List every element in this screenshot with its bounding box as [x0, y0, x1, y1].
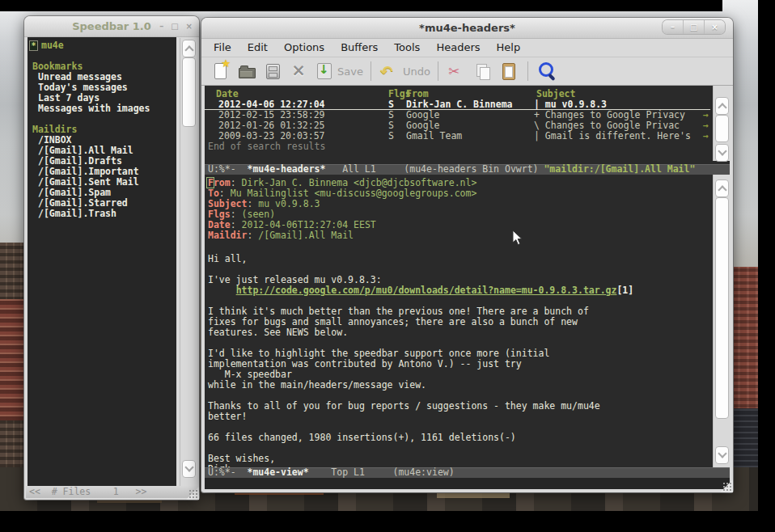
close-icon[interactable]: × — [186, 23, 193, 31]
body-line: while in the main/headers/message view. — [208, 380, 633, 391]
body-line-link: http://code.google.com/p/mu0/downloads/d… — [208, 285, 633, 296]
close-icon[interactable]: × — [704, 20, 725, 34]
chevron-up-icon — [718, 103, 726, 112]
open-directory-button[interactable] — [262, 61, 283, 82]
truncation-arrow-icon: → — [703, 131, 709, 141]
emacs-titlebar[interactable]: *mu4e-headers* – □ × — [201, 18, 733, 39]
scroll-up-button[interactable] — [182, 40, 196, 57]
speedbar-item-trash[interactable]: /[Gmail].Trash — [28, 209, 176, 219]
minimize-icon[interactable]: – — [663, 20, 683, 34]
field-label: Date — [208, 219, 231, 230]
field-value: Mu Mailinglist <mu-discuss@googlegroups.… — [231, 188, 477, 199]
body-line: features. See NEWS below. — [208, 327, 633, 338]
field-separator: : — [231, 209, 242, 220]
headers-mode-line: U:%*- *mu4e-headers* All L1 (mu4e-header… — [205, 164, 730, 175]
menu-file[interactable]: File — [205, 40, 239, 56]
folder-front — [240, 71, 252, 77]
new-file-button[interactable]: ★ — [210, 61, 231, 82]
mouse-cursor — [512, 230, 523, 247]
speedbar-item-images[interactable]: Messages with images — [28, 103, 176, 114]
menu-tools[interactable]: Tools — [386, 40, 428, 56]
field-label: From — [208, 177, 231, 188]
body-line: better! — [208, 412, 633, 422]
emacs-window-title: *mu4e-headers* — [201, 18, 733, 38]
echo-area — [205, 478, 730, 489]
download-link[interactable]: http://code.google.com/p/mu0/downloads/d… — [236, 285, 617, 296]
scroll-down-button[interactable] — [715, 144, 729, 162]
field-value: Dirk-Jan C. Binnema <djcb@djcbsoftware.n… — [242, 177, 477, 188]
field-separator: : — [231, 177, 242, 188]
paste-button[interactable] — [498, 61, 519, 82]
modeline-buffer-name: *mu4e-view* — [247, 467, 308, 478]
scroll-thumb[interactable] — [715, 115, 729, 142]
body-line: 66 files changed, 1980 insertions(+), 11… — [208, 433, 633, 443]
minimize-icon[interactable]: – — [159, 23, 163, 31]
clipboard-paper — [505, 66, 513, 78]
editor-area: Date Flgs From Subject 2012-04-06 12:27:… — [205, 86, 730, 489]
scroll-up-button[interactable] — [715, 97, 729, 115]
body-line: Best wishes, — [208, 454, 633, 464]
open-file-button[interactable] — [236, 61, 257, 82]
field-label: Maildir — [208, 230, 247, 241]
link-indent — [208, 285, 236, 296]
field-separator: : — [219, 188, 231, 199]
speedbar-titlebar[interactable]: Speedbar 1.0 – □ × — [24, 16, 199, 37]
copy-button[interactable] — [472, 61, 493, 82]
maximize-icon[interactable]: □ — [171, 23, 178, 31]
copy-icon — [480, 67, 490, 80]
menu-headers[interactable]: Headers — [428, 40, 488, 56]
close-buffer-button[interactable]: × — [288, 61, 309, 82]
menu-bar: File Edit Options Buffers Tools Headers … — [201, 39, 733, 57]
undo-icon: ↶ — [380, 61, 393, 82]
menu-buffers[interactable]: Buffers — [332, 40, 386, 56]
field-separator: : — [247, 230, 258, 241]
expand-box-icon[interactable]: * — [29, 40, 38, 51]
modeline-position: Top L1 — [309, 467, 393, 478]
scroll-down-button[interactable] — [182, 460, 196, 478]
scroll-thumb[interactable] — [182, 57, 196, 127]
message-body: Hi all, I've just released mu v0.9.8.3: … — [208, 254, 633, 467]
message-headers: From: Dirk-Jan C. Binnema <djcb@djcbsoft… — [208, 178, 476, 241]
field-maildir: Maildir: /[Gmail].All Mail — [208, 230, 476, 241]
field-label: To — [208, 188, 219, 199]
modeline-modes: (mu4e-headers Bin Ovwrt) — [404, 163, 544, 175]
speedbar-scrollbar[interactable] — [180, 38, 197, 486]
cut-button[interactable]: ✂ — [447, 61, 468, 82]
scroll-down-button[interactable] — [715, 446, 729, 464]
modeline-buffer-name: *mu4e-headers* — [247, 163, 325, 175]
body-line: Hi all, — [208, 254, 633, 264]
save-button[interactable]: ↓ — [314, 61, 335, 82]
undo-button[interactable]: ↶ — [379, 61, 400, 82]
maximize-icon[interactable]: □ — [683, 20, 704, 34]
menu-options[interactable]: Options — [276, 40, 332, 56]
modeline-position: All L1 — [325, 163, 404, 175]
message-scrollbar[interactable] — [713, 175, 730, 467]
mu4e-headers-pane: Date Flgs From Subject 2012-04-06 12:27:… — [205, 86, 730, 164]
field-label: Subject — [208, 198, 247, 209]
drawer-icon — [269, 73, 277, 78]
save-label: Save — [337, 65, 363, 78]
link-footnote: [1] — [616, 285, 633, 296]
screen-edge-right — [758, 6, 775, 532]
scroll-thumb[interactable] — [715, 197, 729, 419]
speedbar-root-item[interactable]: * mu4e — [28, 40, 176, 51]
mu4e-view-pane: From: Dirk-Jan C. Binnema <djcb@djcbsoft… — [205, 175, 730, 467]
field-value: (seen) — [242, 209, 276, 220]
speedbar-window-controls: – □ × — [159, 16, 193, 36]
menu-help[interactable]: Help — [489, 40, 529, 56]
end-of-results-text: End of search results — [205, 141, 730, 152]
modeline-flags: U:%*- — [208, 467, 247, 478]
field-separator: : — [247, 198, 258, 209]
wallpaper-building — [0, 299, 24, 420]
toolbar-separator — [527, 61, 528, 81]
toolbar-separator — [438, 61, 438, 81]
headers-scrollbar[interactable] — [713, 86, 730, 161]
search-button[interactable] — [536, 61, 557, 82]
speedbar-root-label: mu4e — [41, 40, 64, 51]
resize-grip-dots — [722, 482, 732, 492]
menu-edit[interactable]: Edit — [239, 40, 276, 56]
field-value: /[Gmail].All Mail — [258, 230, 354, 241]
clipboard-icon — [502, 63, 515, 80]
scroll-up-button[interactable] — [715, 179, 729, 197]
toolbar-separator — [371, 61, 371, 81]
